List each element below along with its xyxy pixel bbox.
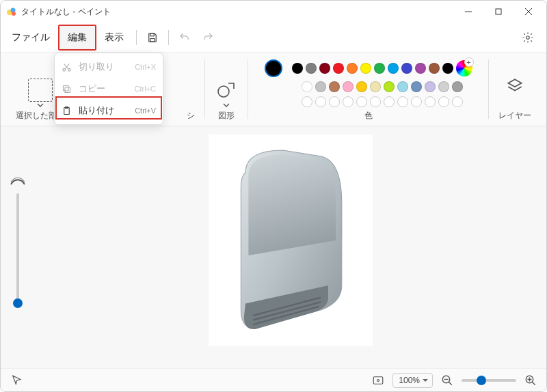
menu-paste-label: 貼り付け [79, 104, 128, 117]
current-color[interactable] [265, 59, 282, 77]
shapes-label: 図形 [218, 110, 235, 122]
undo-button[interactable] [173, 26, 196, 49]
close-button[interactable] [513, 1, 544, 22]
color-swatch[interactable] [401, 63, 412, 74]
maximize-button[interactable] [483, 1, 513, 22]
color-swatch[interactable] [452, 96, 463, 107]
svg-line-27 [532, 382, 535, 385]
canvas[interactable] [35, 126, 546, 368]
app-icon [6, 6, 17, 17]
menu-cut-shortcut: Ctrl+X [135, 63, 156, 71]
divider [248, 59, 248, 119]
color-swatch[interactable] [411, 81, 422, 92]
fit-screen-icon[interactable] [372, 374, 384, 387]
color-swatch[interactable] [438, 96, 449, 107]
colors-label: 色 [364, 110, 373, 122]
edit-dropdown: 切り取り Ctrl+X コピー Ctrl+C 貼り付け Ctrl+V [54, 53, 163, 125]
color-swatch[interactable] [415, 63, 426, 74]
zoom-in-button[interactable] [524, 374, 537, 387]
menu-cut[interactable]: 切り取り Ctrl+X [55, 56, 163, 78]
canvas-area [1, 126, 546, 368]
title-bar: タイトルなし - ペイント [1, 1, 546, 23]
brush-preview-icon [10, 177, 25, 186]
color-swatch[interactable] [384, 96, 395, 107]
menu-copy[interactable]: コピー Ctrl+C [55, 78, 163, 100]
color-swatch[interactable] [356, 81, 367, 92]
color-swatch[interactable] [329, 96, 340, 107]
redo-button[interactable] [196, 26, 219, 49]
color-swatch[interactable] [370, 96, 381, 107]
color-swatch[interactable] [397, 81, 408, 92]
svg-rect-4 [496, 9, 501, 14]
menu-file[interactable]: ファイル [3, 26, 58, 49]
color-swatch[interactable] [302, 81, 312, 92]
color-swatch[interactable] [438, 81, 449, 92]
color-swatch[interactable] [329, 81, 340, 92]
color-swatch[interactable] [360, 63, 371, 74]
shapes-tool[interactable] [215, 79, 238, 102]
color-swatch[interactable] [315, 96, 326, 107]
window-title: タイトルなし - ペイント [21, 6, 453, 18]
color-swatch[interactable] [356, 96, 367, 107]
brush-size-panel [1, 126, 35, 368]
zoom-value: 100% [399, 376, 420, 385]
color-swatch[interactable] [343, 96, 353, 107]
svg-rect-13 [65, 87, 70, 93]
brush-group: シ [180, 53, 202, 126]
color-swatch[interactable] [333, 63, 344, 74]
layers-label: レイヤー [498, 110, 531, 122]
color-swatch[interactable] [370, 81, 381, 92]
divider [168, 30, 169, 45]
zoom-out-button[interactable] [441, 374, 453, 387]
minimize-button[interactable] [453, 1, 483, 22]
svg-rect-8 [150, 38, 155, 42]
color-swatch[interactable] [374, 63, 385, 74]
divider [204, 59, 205, 119]
settings-button[interactable] [516, 26, 539, 49]
save-button[interactable] [141, 26, 164, 49]
color-picker-button[interactable] [456, 60, 472, 76]
color-swatch[interactable] [425, 96, 436, 107]
color-swatch[interactable] [452, 81, 463, 92]
svg-rect-7 [150, 33, 154, 36]
color-swatch[interactable] [384, 81, 395, 92]
color-swatch[interactable] [319, 63, 330, 74]
menu-copy-label: コピー [79, 83, 128, 95]
color-swatch[interactable] [429, 63, 440, 74]
color-swatch[interactable] [315, 81, 326, 92]
color-swatch[interactable] [347, 63, 358, 74]
menu-bar: ファイル 編集 表示 [1, 23, 546, 53]
color-swatch[interactable] [411, 96, 422, 107]
color-swatch[interactable] [302, 96, 312, 107]
layers-icon[interactable] [506, 77, 524, 95]
brush-size-slider[interactable] [16, 193, 19, 305]
menu-paste[interactable]: 貼り付け Ctrl+V [55, 100, 163, 122]
color-palette [265, 53, 472, 107]
divider [136, 30, 137, 45]
menu-cut-label: 切り取り [79, 61, 128, 73]
color-swatch[interactable] [442, 63, 453, 74]
status-bar: 100% [1, 368, 546, 391]
svg-rect-21 [374, 376, 384, 384]
colors-group: 色 [251, 53, 485, 126]
menu-view[interactable]: 表示 [96, 26, 132, 49]
color-swatch[interactable] [306, 63, 317, 74]
zoom-select[interactable]: 100% [392, 373, 433, 388]
svg-rect-14 [64, 85, 69, 91]
chevron-down-icon[interactable] [223, 103, 230, 107]
svg-point-2 [12, 12, 16, 16]
color-swatch[interactable] [425, 81, 436, 92]
shapes-group: 図形 [208, 53, 245, 126]
slider-thumb[interactable] [477, 376, 486, 385]
color-swatch[interactable] [292, 63, 303, 74]
chevron-down-icon[interactable] [37, 103, 44, 107]
zoom-slider[interactable] [462, 379, 516, 382]
menu-edit[interactable]: 編集 [59, 26, 95, 49]
color-swatch[interactable] [388, 63, 399, 74]
color-swatch[interactable] [343, 81, 353, 92]
slider-thumb[interactable] [13, 298, 23, 308]
layers-group: レイヤー [492, 53, 538, 126]
divider [488, 59, 489, 119]
color-swatch[interactable] [397, 96, 408, 107]
selection-tool[interactable] [28, 79, 53, 102]
